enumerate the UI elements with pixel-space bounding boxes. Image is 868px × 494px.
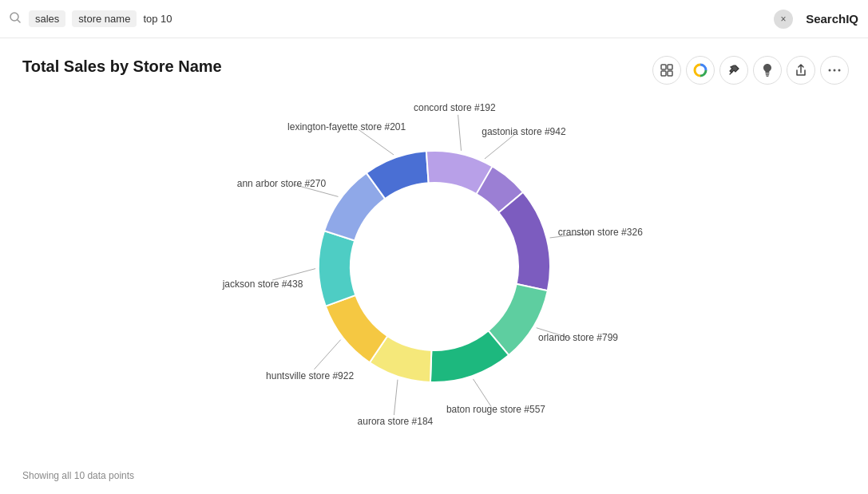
svg-point-12 xyxy=(838,69,841,72)
label-cranston-store-#326: cranston store #326 xyxy=(557,227,642,238)
svg-rect-7 xyxy=(765,73,769,74)
svg-line-14 xyxy=(484,134,514,159)
brand-label: SearchIQ xyxy=(806,12,858,26)
svg-rect-4 xyxy=(661,71,666,76)
svg-line-1 xyxy=(18,20,20,22)
label-gastonia-store-#942: gastonia store #942 xyxy=(482,126,566,137)
grid-view-button[interactable] xyxy=(652,56,681,85)
more-options-button[interactable] xyxy=(820,56,849,85)
svg-line-18 xyxy=(394,380,398,415)
donut-chart-container: gastonia store #942cranston store #326or… xyxy=(22,95,846,438)
chart-view-button[interactable] xyxy=(686,56,715,85)
label-orlando-store-#799: orlando store #799 xyxy=(537,332,617,343)
search-bar: sales store name top 10 × SearchIQ xyxy=(0,0,868,38)
donut-center-hole xyxy=(351,183,518,350)
clear-search-button[interactable]: × xyxy=(774,10,793,29)
label-huntsville-store-#922: huntsville store #922 xyxy=(266,370,354,381)
label-ann-arbor-store-#270: ann arbor store #270 xyxy=(236,178,326,189)
share-button[interactable] xyxy=(787,56,815,85)
main-content: Total Sales by Store Name xyxy=(0,38,868,494)
label-aurora-store-#184: aurora store #184 xyxy=(357,416,433,427)
pin-button[interactable] xyxy=(719,56,748,85)
svg-rect-3 xyxy=(668,65,672,69)
svg-point-10 xyxy=(829,69,831,72)
svg-rect-8 xyxy=(766,74,769,75)
svg-line-22 xyxy=(359,130,394,155)
svg-rect-5 xyxy=(668,71,672,76)
svg-line-17 xyxy=(473,379,490,406)
donut-chart-svg: gastonia store #942cranston store #326or… xyxy=(155,99,714,434)
tag-store-name[interactable]: store name xyxy=(72,10,137,27)
label-lexington-fayette-store-#201: lexington-fayette store #201 xyxy=(287,121,406,132)
insights-button[interactable] xyxy=(753,56,782,85)
svg-line-19 xyxy=(314,340,340,370)
svg-line-23 xyxy=(458,115,461,151)
svg-rect-9 xyxy=(767,76,769,77)
chart-toolbar xyxy=(652,56,849,85)
tag-sales[interactable]: sales xyxy=(29,10,65,27)
segment-jackson-store-#438[interactable] xyxy=(319,231,355,306)
label-jackson-store-#438: jackson store #438 xyxy=(221,279,303,290)
search-icon xyxy=(10,12,21,26)
label-baton-rouge-store-#557: baton rouge store #557 xyxy=(446,404,545,415)
data-points-note: Showing all 10 data points xyxy=(22,470,134,481)
svg-point-11 xyxy=(834,69,836,72)
label-concord-store-#192: concord store #192 xyxy=(413,102,495,113)
search-free-text: top 10 xyxy=(143,13,767,25)
svg-rect-2 xyxy=(661,65,666,69)
